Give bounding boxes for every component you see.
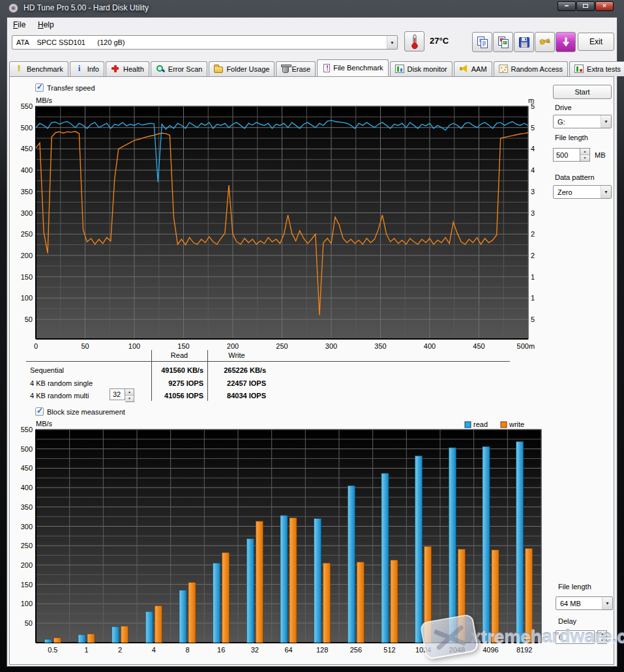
svg-text:450: 450 <box>21 145 33 153</box>
svg-text:300: 300 <box>21 523 33 531</box>
read-bar-8 <box>179 591 186 643</box>
queue-depth-input[interactable] <box>110 388 125 400</box>
spin-up-icon[interactable]: ▲ <box>580 149 589 154</box>
svg-text:450: 450 <box>473 342 484 350</box>
drive-combo[interactable]: G: ▼ <box>553 115 612 128</box>
read-bar-32 <box>246 539 254 643</box>
file-length-input[interactable] <box>553 148 580 162</box>
tab-label: AAM <box>471 65 487 73</box>
svg-text:128: 128 <box>316 646 328 654</box>
read-bar-1 <box>78 635 85 643</box>
check-icon: ✓ <box>37 82 43 91</box>
random-multi-read-value: 41056 IOPS <box>143 392 203 400</box>
write-legend-label: write <box>509 420 524 428</box>
svg-text:10: 10 <box>531 294 535 302</box>
queue-depth-spinner[interactable]: ▲▼ <box>110 388 134 402</box>
file-length-spinner[interactable]: ▲▼ <box>553 148 590 162</box>
tab-folder-usage[interactable]: Folder Usage <box>209 61 275 76</box>
row-label-sequential: Sequential <box>30 366 64 374</box>
svg-text:500: 500 <box>21 124 33 132</box>
spinner-arrows[interactable]: ▲▼ <box>580 148 590 162</box>
spin-up-icon[interactable]: ▲ <box>125 389 134 395</box>
spin-down-icon[interactable]: ▼ <box>580 154 589 161</box>
read-bar-256 <box>348 486 355 643</box>
capture-button[interactable] <box>556 32 576 52</box>
copy-image-button[interactable] <box>493 32 513 52</box>
svg-text:300: 300 <box>21 209 33 217</box>
tab-erase[interactable]: Erase <box>276 61 316 76</box>
save-button[interactable] <box>514 32 534 52</box>
svg-text:4: 4 <box>152 646 156 654</box>
svg-text:256: 256 <box>350 646 362 654</box>
copy-text-button[interactable] <box>472 32 492 52</box>
svg-text:8: 8 <box>185 646 189 654</box>
options-button[interactable] <box>535 32 555 52</box>
svg-text:5: 5 <box>531 315 535 323</box>
tab-aam[interactable]: AAM <box>454 61 492 76</box>
checkbox-box: ✓ <box>35 83 44 92</box>
svg-text:350: 350 <box>21 188 33 196</box>
svg-text:35: 35 <box>531 188 535 196</box>
svg-text:200: 200 <box>21 561 33 569</box>
svg-text:150: 150 <box>177 342 189 350</box>
read-bar-1024 <box>415 456 423 643</box>
tab-strip: BenchmarkInfoHealthError ScanFolder Usag… <box>9 61 624 76</box>
tab-info[interactable]: Info <box>70 61 104 76</box>
block-file-length-combo[interactable]: 64 MB ▼ <box>556 596 613 610</box>
exit-button[interactable]: Exit <box>578 33 614 51</box>
tab-disk-monitor[interactable]: Disk monitor <box>390 61 453 76</box>
tab-label: Erase <box>291 65 310 73</box>
write-bar-64 <box>290 518 297 643</box>
tab-benchmark[interactable]: Benchmark <box>9 61 68 76</box>
write-bar-256 <box>357 562 364 643</box>
tab-label: Benchmark <box>27 65 63 73</box>
temperature-button[interactable] <box>404 31 424 51</box>
menu-help[interactable]: Help <box>34 19 58 31</box>
tab-file-benchmark[interactable]: File Benchmark <box>317 59 388 76</box>
drive-select-combo[interactable]: ATA SPCC SSD101 (120 gB) ▼ <box>12 35 398 50</box>
read-bar-2 <box>112 626 119 643</box>
title-bar[interactable]: HD Tune Pro 5.00 - Hard Disk Utility ━ ✕ <box>0 0 624 17</box>
minimize-button[interactable]: ━ <box>557 1 576 11</box>
error-scan-icon <box>156 65 165 73</box>
transfer-speed-checkbox[interactable]: ✓ Transfer speed <box>35 83 95 92</box>
chevron-down-icon: ▼ <box>601 186 611 198</box>
write-bar-1 <box>87 634 95 643</box>
drive-label: Drive <box>555 104 572 111</box>
temperature-value: 27°C <box>430 36 449 46</box>
checkbox-box: ✓ <box>35 407 44 416</box>
tab-label: Folder Usage <box>226 65 269 73</box>
copy-image-icon <box>496 35 511 50</box>
tab-label: File Benchmark <box>333 64 383 72</box>
svg-text:50: 50 <box>25 315 33 323</box>
tab-extra-tests[interactable]: Extra tests <box>569 61 624 76</box>
read-bar-4096 <box>483 446 490 643</box>
disk-monitor-icon <box>395 65 404 73</box>
svg-text:50: 50 <box>81 342 89 350</box>
svg-text:512: 512 <box>383 646 395 654</box>
tab-error-scan[interactable]: Error Scan <box>151 61 208 76</box>
svg-text:2: 2 <box>118 646 122 654</box>
spinner-arrows[interactable]: ▲▼ <box>125 388 134 402</box>
random-multi-write-value: 84034 IOPS <box>210 392 266 400</box>
spin-down-icon[interactable]: ▼ <box>125 395 134 402</box>
tab-label: Info <box>87 65 99 73</box>
sequential-write-value: 265226 KB/s <box>210 366 266 374</box>
random-single-write-value: 22457 IOPS <box>210 379 266 387</box>
tab-health[interactable]: Health <box>106 61 149 76</box>
y-axis-title-left: MB/s <box>36 97 53 104</box>
svg-text:400: 400 <box>424 342 436 350</box>
data-pattern-combo[interactable]: Zero ▼ <box>553 185 612 199</box>
maximize-button[interactable] <box>576 1 595 11</box>
close-button[interactable]: ✕ <box>595 1 614 11</box>
write-bar-128 <box>323 563 331 643</box>
block-size-checkbox[interactable]: ✓ Block size measurement <box>35 407 125 416</box>
folder-usage-icon <box>214 66 223 73</box>
start-button[interactable]: Start <box>553 85 612 99</box>
checkbox-label: Transfer speed <box>47 84 95 92</box>
copy-text-icon <box>475 35 490 50</box>
drive-combo-value: ATA SPCC SSD101 (120 gB) <box>12 38 387 46</box>
svg-text:500mB: 500mB <box>517 342 535 350</box>
menu-file[interactable]: File <box>9 19 29 31</box>
tab-random-access[interactable]: Random Access <box>494 61 568 76</box>
